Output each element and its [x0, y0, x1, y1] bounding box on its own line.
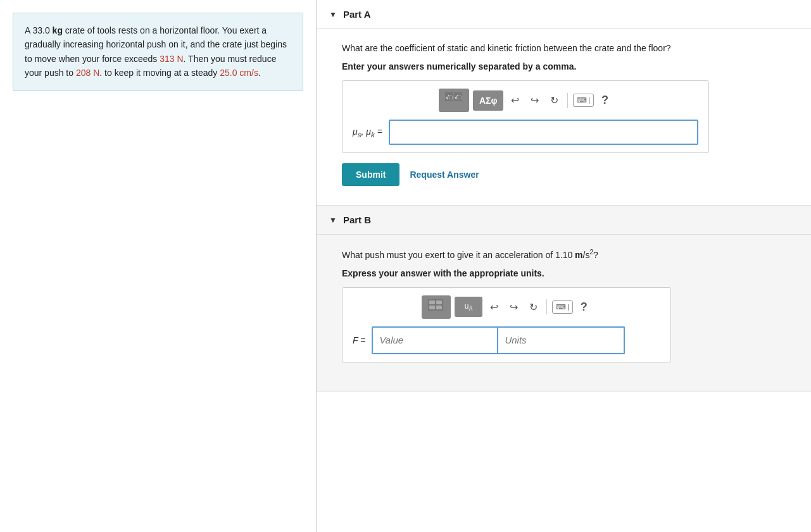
part-b-toolbar: uÅ ↩ ↪ ↻ ⌨ |: [353, 295, 660, 319]
help-icon: ?: [601, 94, 608, 107]
keyboard-icon: ⌨: [577, 96, 587, 104]
part-b-f-label: F =: [353, 335, 365, 345]
part-b-undo-icon: ↩: [490, 301, 498, 313]
part-b-input-row: F =: [353, 326, 660, 354]
part-b-help-icon: ?: [581, 300, 588, 314]
undo-icon: ↩: [511, 94, 519, 106]
part-a-body: What are the coefficient of static and k…: [317, 29, 811, 205]
part-b-units-input[interactable]: [498, 326, 625, 354]
part-b-header[interactable]: ▼ Part B: [317, 206, 811, 235]
part-a-section: ▼ Part A What are the coefficient of sta…: [317, 0, 811, 206]
part-b-answer-container: uÅ ↩ ↪ ↻ ⌨ |: [342, 287, 671, 362]
help-button[interactable]: ?: [598, 91, 612, 109]
keyboard-label: |: [588, 97, 590, 104]
part-b-refresh-button[interactable]: ↻: [525, 299, 541, 316]
svg-rect-7: [429, 306, 435, 309]
formula-button[interactable]: √□ √□: [439, 89, 469, 112]
problem-text: A 33.0 kg crate of tools rests on a hori…: [25, 23, 291, 80]
part-a-question: What are the coefficient of static and k…: [342, 42, 792, 55]
part-b-body: What push must you exert to give it an a…: [317, 235, 811, 392]
keyboard-button[interactable]: ⌨ |: [573, 94, 594, 107]
part-a-input-row: μs, μk =: [353, 120, 698, 145]
toolbar-divider: [567, 93, 568, 108]
problem-box: A 33.0 kg crate of tools rests on a hori…: [13, 13, 303, 91]
part-a-label: μs, μk =: [353, 127, 382, 139]
right-panel: ▼ Part A What are the coefficient of sta…: [317, 0, 811, 532]
part-b-instruction: Express your answer with the appropriate…: [342, 268, 792, 278]
part-b-refresh-icon: ↻: [529, 301, 538, 313]
part-b-keyboard-button[interactable]: ⌨ |: [552, 300, 573, 314]
matrix-icon: [428, 299, 444, 315]
part-a-request-link[interactable]: Request Answer: [410, 170, 479, 180]
greek-button[interactable]: AΣφ: [473, 90, 504, 111]
part-b-help-button[interactable]: ?: [577, 298, 591, 316]
svg-rect-6: [436, 300, 442, 304]
svg-rect-5: [429, 300, 435, 304]
part-b-toolbar-divider: [546, 299, 547, 314]
part-b-matrix-button[interactable]: [422, 295, 451, 319]
part-b-arrow-icon: ▼: [329, 216, 337, 225]
part-a-instruction: Enter your answers numerically separated…: [342, 61, 792, 71]
part-a-arrow-icon: ▼: [329, 10, 337, 19]
refresh-icon: ↻: [550, 94, 558, 106]
part-a-submit-button[interactable]: Submit: [342, 163, 399, 186]
part-a-answer-input[interactable]: [389, 120, 698, 145]
part-a-toolbar: √□ √□ AΣφ ↩ ↪: [353, 89, 698, 112]
svg-text:√□: √□: [455, 94, 462, 101]
refresh-button[interactable]: ↻: [546, 92, 562, 109]
part-b-redo-icon: ↪: [510, 301, 518, 313]
greek-icon: AΣφ: [479, 96, 498, 106]
part-b-question: What push must you exert to give it an a…: [342, 247, 792, 262]
svg-rect-8: [436, 306, 442, 309]
part-b-section: ▼ Part B What push must you exert to giv…: [317, 206, 811, 392]
svg-text:√□: √□: [446, 94, 453, 101]
undo-button[interactable]: ↩: [507, 92, 523, 109]
part-a-header[interactable]: ▼ Part A: [317, 0, 811, 29]
part-b-keyboard-label: |: [567, 304, 569, 311]
left-panel: A 33.0 kg crate of tools rests on a hori…: [0, 0, 317, 532]
part-b-value-input[interactable]: [372, 326, 498, 354]
part-b-redo-button[interactable]: ↪: [506, 299, 522, 316]
part-b-units-button[interactable]: uÅ: [455, 297, 482, 317]
part-b-title: Part B: [343, 214, 371, 225]
units-icon: uÅ: [465, 302, 473, 312]
part-a-actions: Submit Request Answer: [342, 163, 792, 186]
redo-button[interactable]: ↪: [527, 92, 543, 109]
part-b-undo-button[interactable]: ↩: [486, 299, 502, 316]
part-a-answer-container: √□ √□ AΣφ ↩ ↪: [342, 80, 709, 153]
formula-icon: √□ √□: [445, 92, 463, 108]
part-b-keyboard-icon: ⌨: [556, 303, 566, 311]
redo-icon: ↪: [531, 94, 539, 106]
part-a-title: Part A: [343, 9, 371, 20]
